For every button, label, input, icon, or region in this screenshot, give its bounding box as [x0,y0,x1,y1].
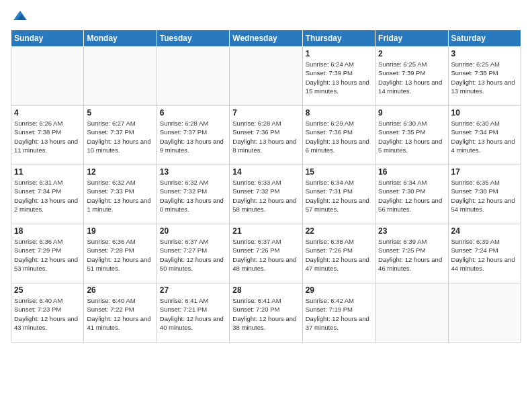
calendar-cell [84,47,157,106]
weekday-header-row: SundayMondayTuesdayWednesdayThursdayFrid… [11,30,521,47]
day-info: Sunrise: 6:25 AM Sunset: 7:39 PM Dayligh… [378,60,445,95]
day-number: 16 [378,167,445,177]
week-row-3: 11Sunrise: 6:31 AM Sunset: 7:34 PM Dayli… [11,165,521,224]
calendar-cell: 10Sunrise: 6:30 AM Sunset: 7:34 PM Dayli… [448,106,521,165]
calendar-cell: 15Sunrise: 6:34 AM Sunset: 7:31 PM Dayli… [302,165,375,224]
weekday-header-friday: Friday [375,30,448,47]
day-info: Sunrise: 6:41 AM Sunset: 7:20 PM Dayligh… [232,296,299,332]
day-number: 25 [14,285,81,295]
day-info: Sunrise: 6:33 AM Sunset: 7:32 PM Dayligh… [232,178,299,214]
day-number: 19 [87,226,153,236]
day-info: Sunrise: 6:42 AM Sunset: 7:19 PM Dayligh… [306,296,372,332]
day-number: 12 [87,167,153,177]
logo-icon [12,8,28,24]
day-number: 28 [232,285,299,295]
day-info: Sunrise: 6:32 AM Sunset: 7:32 PM Dayligh… [160,178,226,214]
day-number: 8 [306,108,372,118]
day-info: Sunrise: 6:39 AM Sunset: 7:24 PM Dayligh… [451,237,518,273]
day-number: 29 [306,285,372,295]
day-info: Sunrise: 6:24 AM Sunset: 7:39 PM Dayligh… [306,60,372,95]
day-info: Sunrise: 6:31 AM Sunset: 7:34 PM Dayligh… [14,178,81,214]
day-info: Sunrise: 6:38 AM Sunset: 7:26 PM Dayligh… [306,237,372,273]
day-info: Sunrise: 6:32 AM Sunset: 7:33 PM Dayligh… [87,178,153,214]
day-info: Sunrise: 6:30 AM Sunset: 7:35 PM Dayligh… [378,119,445,154]
day-info: Sunrise: 6:40 AM Sunset: 7:22 PM Dayligh… [87,296,153,332]
calendar-cell: 8Sunrise: 6:29 AM Sunset: 7:36 PM Daylig… [302,106,375,165]
day-number: 5 [87,108,153,118]
day-info: Sunrise: 6:30 AM Sunset: 7:34 PM Dayligh… [451,119,518,154]
calendar-cell: 18Sunrise: 6:36 AM Sunset: 7:29 PM Dayli… [11,224,84,283]
calendar-cell: 5Sunrise: 6:27 AM Sunset: 7:37 PM Daylig… [84,106,157,165]
weekday-header-wednesday: Wednesday [230,30,302,47]
day-number: 2 [378,49,445,58]
day-info: Sunrise: 6:27 AM Sunset: 7:37 PM Dayligh… [87,119,153,154]
day-info: Sunrise: 6:28 AM Sunset: 7:36 PM Dayligh… [232,119,299,154]
weekday-header-saturday: Saturday [448,30,521,47]
calendar-cell: 21Sunrise: 6:37 AM Sunset: 7:26 PM Dayli… [230,224,302,283]
day-info: Sunrise: 6:39 AM Sunset: 7:25 PM Dayligh… [378,237,445,273]
calendar-cell [448,283,521,342]
calendar: SundayMondayTuesdayWednesdayThursdayFrid… [11,30,521,342]
day-number: 20 [160,226,226,236]
day-number: 3 [451,49,518,58]
day-number: 23 [378,226,445,236]
calendar-cell: 6Sunrise: 6:28 AM Sunset: 7:37 PM Daylig… [157,106,229,165]
day-info: Sunrise: 6:26 AM Sunset: 7:38 PM Dayligh… [14,119,81,154]
calendar-cell: 11Sunrise: 6:31 AM Sunset: 7:34 PM Dayli… [11,165,84,224]
day-number: 9 [378,108,445,118]
week-row-1: 1Sunrise: 6:24 AM Sunset: 7:39 PM Daylig… [11,47,521,106]
calendar-cell: 22Sunrise: 6:38 AM Sunset: 7:26 PM Dayli… [302,224,375,283]
day-info: Sunrise: 6:41 AM Sunset: 7:21 PM Dayligh… [160,296,226,332]
calendar-cell: 25Sunrise: 6:40 AM Sunset: 7:23 PM Dayli… [11,283,84,342]
day-number: 15 [306,167,372,177]
week-row-2: 4Sunrise: 6:26 AM Sunset: 7:38 PM Daylig… [11,106,521,165]
calendar-cell: 12Sunrise: 6:32 AM Sunset: 7:33 PM Dayli… [84,165,157,224]
day-info: Sunrise: 6:29 AM Sunset: 7:36 PM Dayligh… [306,119,372,154]
calendar-cell: 13Sunrise: 6:32 AM Sunset: 7:32 PM Dayli… [157,165,229,224]
calendar-cell: 19Sunrise: 6:36 AM Sunset: 7:28 PM Dayli… [84,224,157,283]
day-info: Sunrise: 6:40 AM Sunset: 7:23 PM Dayligh… [14,296,81,332]
day-number: 10 [451,108,518,118]
week-row-4: 18Sunrise: 6:36 AM Sunset: 7:29 PM Dayli… [11,224,521,283]
day-info: Sunrise: 6:34 AM Sunset: 7:30 PM Dayligh… [378,178,445,214]
day-number: 22 [306,226,372,236]
calendar-cell: 4Sunrise: 6:26 AM Sunset: 7:38 PM Daylig… [11,106,84,165]
calendar-cell: 2Sunrise: 6:25 AM Sunset: 7:39 PM Daylig… [375,47,448,106]
day-info: Sunrise: 6:35 AM Sunset: 7:30 PM Dayligh… [451,178,518,214]
calendar-cell [157,47,229,106]
day-number: 14 [232,167,299,177]
day-info: Sunrise: 6:25 AM Sunset: 7:38 PM Dayligh… [451,60,518,95]
day-number: 27 [160,285,226,295]
header [11,8,521,24]
calendar-cell: 7Sunrise: 6:28 AM Sunset: 7:36 PM Daylig… [230,106,302,165]
calendar-cell: 26Sunrise: 6:40 AM Sunset: 7:22 PM Dayli… [84,283,157,342]
calendar-cell: 1Sunrise: 6:24 AM Sunset: 7:39 PM Daylig… [302,47,375,106]
day-number: 1 [306,49,372,58]
day-number: 4 [14,108,81,118]
weekday-header-monday: Monday [84,30,157,47]
calendar-cell: 3Sunrise: 6:25 AM Sunset: 7:38 PM Daylig… [448,47,521,106]
day-number: 13 [160,167,226,177]
logo [11,8,28,24]
calendar-cell: 24Sunrise: 6:39 AM Sunset: 7:24 PM Dayli… [448,224,521,283]
day-number: 26 [87,285,153,295]
week-row-5: 25Sunrise: 6:40 AM Sunset: 7:23 PM Dayli… [11,283,521,342]
day-number: 17 [451,167,518,177]
day-number: 24 [451,226,518,236]
calendar-cell [11,47,84,106]
day-info: Sunrise: 6:36 AM Sunset: 7:29 PM Dayligh… [14,237,81,273]
calendar-cell: 20Sunrise: 6:37 AM Sunset: 7:27 PM Dayli… [157,224,229,283]
calendar-cell: 16Sunrise: 6:34 AM Sunset: 7:30 PM Dayli… [375,165,448,224]
day-info: Sunrise: 6:37 AM Sunset: 7:26 PM Dayligh… [232,237,299,273]
calendar-cell: 27Sunrise: 6:41 AM Sunset: 7:21 PM Dayli… [157,283,229,342]
day-number: 11 [14,167,81,177]
day-info: Sunrise: 6:28 AM Sunset: 7:37 PM Dayligh… [160,119,226,154]
calendar-cell: 9Sunrise: 6:30 AM Sunset: 7:35 PM Daylig… [375,106,448,165]
calendar-cell: 14Sunrise: 6:33 AM Sunset: 7:32 PM Dayli… [230,165,302,224]
weekday-header-sunday: Sunday [11,30,84,47]
day-info: Sunrise: 6:37 AM Sunset: 7:27 PM Dayligh… [160,237,226,273]
weekday-header-tuesday: Tuesday [157,30,229,47]
day-info: Sunrise: 6:34 AM Sunset: 7:31 PM Dayligh… [306,178,372,214]
day-number: 21 [232,226,299,236]
day-number: 6 [160,108,226,118]
